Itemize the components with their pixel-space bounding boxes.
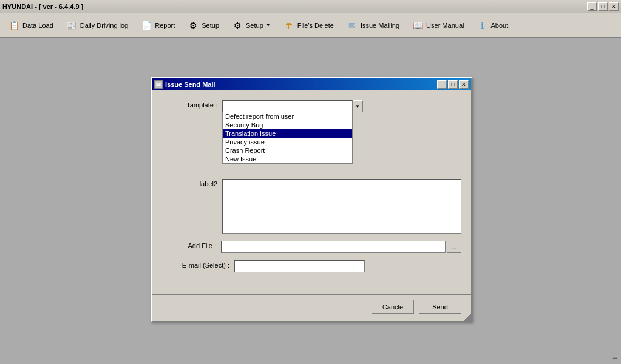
template-label: Tamplate :: [161, 100, 222, 109]
status-bar: ▪▪▪: [609, 352, 621, 364]
setup2-button[interactable]: ⚙ Setup ▼: [226, 16, 276, 35]
files-delete-button[interactable]: 🗑 File's Delete: [277, 16, 339, 35]
textarea-row: label2: [161, 179, 461, 235]
issue-mailing-icon: ✉: [346, 19, 358, 32]
main-area: ✉ Issue Send Mail _ □ ✕ Tamplate :: [0, 38, 621, 364]
issue-mailing-label: Issue Mailing: [361, 22, 399, 29]
cancel-button[interactable]: Cancle: [372, 300, 414, 314]
dialog-title: ✉ Issue Send Mail: [154, 80, 215, 89]
report-button[interactable]: 📄 Report: [135, 16, 180, 35]
textarea-control: [222, 179, 461, 235]
dialog-body: Tamplate : ▼ Defect report from user Sec…: [152, 90, 471, 288]
add-file-row: Add File : ...: [161, 241, 461, 253]
about-button[interactable]: ℹ About: [470, 16, 514, 35]
dropdown-item-2[interactable]: Translation Issue: [223, 129, 352, 138]
setup1-label: Setup: [202, 22, 219, 29]
files-delete-icon: 🗑: [283, 19, 295, 32]
minimize-button[interactable]: _: [587, 2, 597, 11]
toolbar: 📋 Data Load 📰 Daily Driving log 📄 Report…: [0, 13, 621, 38]
send-button[interactable]: Send: [419, 300, 461, 314]
about-icon: ℹ: [476, 19, 488, 32]
title-controls: _ □ ✕: [587, 2, 619, 11]
template-dropdown-list[interactable]: Defect report from user Security Bug Tra…: [222, 112, 353, 164]
dialog-titlebar: ✉ Issue Send Mail _ □ ✕: [152, 78, 471, 90]
email-control: [234, 260, 461, 272]
template-container: ▼ Defect report from user Security Bug T…: [222, 100, 461, 112]
dropdown-item-0[interactable]: Defect report from user: [223, 112, 352, 121]
template-dropdown-arrow[interactable]: ▼: [352, 100, 363, 112]
issue-mailing-button[interactable]: ✉ Issue Mailing: [341, 16, 405, 35]
add-file-input[interactable]: [221, 241, 446, 253]
setup1-icon: ⚙: [187, 19, 199, 32]
dialog-footer: Cancle Send: [152, 294, 471, 321]
data-load-button[interactable]: 📋 Data Load: [2, 16, 59, 35]
dialog-minimize-button[interactable]: _: [437, 80, 447, 89]
email-row: E-mail (Select) :: [161, 260, 461, 272]
dialog-close-button[interactable]: ✕: [459, 80, 469, 89]
template-select-display[interactable]: [222, 100, 353, 112]
title-bar: HYUNDAI - [ ver - 6.4.4.9 ] _ □ ✕: [0, 0, 621, 13]
browse-button[interactable]: ...: [447, 241, 461, 253]
template-row: Tamplate : ▼ Defect report from user Sec…: [161, 100, 461, 112]
daily-driving-label: Daily Driving log: [80, 22, 128, 29]
daily-driving-icon: 📰: [66, 19, 78, 32]
dropdown-item-1[interactable]: Security Bug: [223, 121, 352, 129]
data-load-label: Data Load: [22, 22, 53, 29]
app-title: HYUNDAI - [ ver - 6.4.4.9 ]: [2, 3, 83, 10]
data-load-icon: 📋: [8, 19, 20, 32]
resize-grip[interactable]: [464, 314, 471, 321]
daily-driving-log-button[interactable]: 📰 Daily Driving log: [60, 16, 134, 35]
template-control: ▼ Defect report from user Security Bug T…: [222, 100, 461, 112]
close-button[interactable]: ✕: [609, 2, 619, 11]
dropdown-item-3[interactable]: Privacy issue: [223, 138, 352, 146]
dropdown-item-4[interactable]: Crash Report: [223, 146, 352, 155]
issue-send-mail-dialog: ✉ Issue Send Mail _ □ ✕ Tamplate :: [151, 77, 472, 322]
dialog-title-icon: ✉: [154, 80, 163, 89]
email-select-input[interactable]: [234, 260, 365, 272]
setup1-button[interactable]: ⚙ Setup: [182, 16, 225, 35]
about-label: About: [490, 22, 508, 29]
user-manual-icon: 📖: [412, 19, 424, 32]
report-label: Report: [155, 22, 175, 29]
dialog-controls: _ □ ✕: [437, 80, 469, 89]
message-textarea[interactable]: [222, 179, 461, 234]
label2-label: label2: [161, 179, 222, 187]
report-icon: 📄: [140, 19, 152, 32]
dropdown-item-5[interactable]: New Issue: [223, 155, 352, 163]
add-file-label: Add File :: [161, 241, 221, 249]
email-label: E-mail (Select) :: [161, 260, 234, 269]
setup2-label: Setup: [246, 22, 263, 29]
user-manual-button[interactable]: 📖 User Manual: [406, 16, 469, 35]
user-manual-label: User Manual: [426, 22, 464, 29]
setup2-arrow-icon: ▼: [266, 22, 271, 28]
maximize-button[interactable]: □: [598, 2, 608, 11]
add-file-control: ...: [221, 241, 461, 253]
files-delete-label: File's Delete: [297, 22, 334, 29]
setup2-icon: ⚙: [231, 19, 243, 32]
dialog-maximize-button[interactable]: □: [448, 80, 458, 89]
